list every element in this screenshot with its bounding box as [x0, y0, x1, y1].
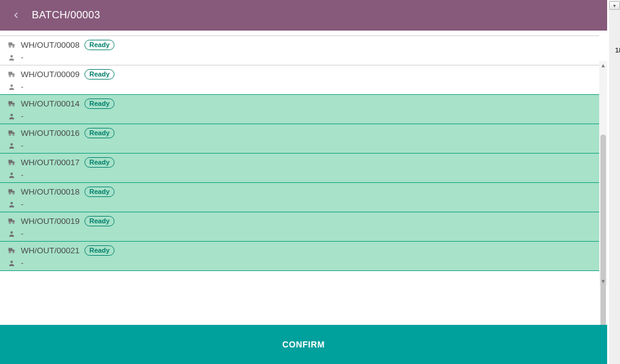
status-badge: Ready	[84, 98, 114, 109]
list-item[interactable]: WH/OUT/00014 Ready -	[0, 94, 599, 124]
truck-icon	[7, 129, 16, 138]
transfer-name: WH/OUT/00019	[21, 217, 80, 226]
list-item[interactable]: WH/OUT/00017 Ready -	[0, 153, 599, 183]
svg-point-15	[9, 193, 10, 194]
svg-point-12	[9, 163, 10, 165]
user-icon	[7, 83, 16, 91]
status-badge: Ready	[84, 216, 114, 226]
status-badge: Ready	[84, 128, 114, 138]
page-title: BATCH/00003	[32, 9, 100, 21]
svg-point-1	[13, 46, 14, 47]
status-badge: Ready	[84, 187, 114, 197]
chevron-left-icon	[12, 11, 20, 20]
back-button[interactable]	[9, 8, 23, 23]
svg-point-13	[13, 163, 14, 165]
svg-point-7	[13, 105, 14, 106]
svg-point-19	[13, 222, 14, 223]
svg-point-22	[13, 251, 14, 253]
svg-point-10	[13, 134, 14, 135]
svg-point-23	[10, 261, 13, 263]
list-item[interactable]: WH/OUT/00008 Ready -	[0, 35, 599, 65]
user-icon	[7, 229, 16, 238]
assigned-user: -	[21, 111, 23, 121]
status-badge: Ready	[84, 245, 114, 256]
scroll-thumb[interactable]	[600, 135, 606, 325]
list-item[interactable]: WH/OUT/00021 Ready -	[0, 241, 599, 271]
transfer-name: WH/OUT/00021	[21, 246, 80, 255]
status-badge: Ready	[84, 69, 114, 80]
app-frame: BATCH/00003 WH/OUT/00008 Ready - WH/OUT/…	[0, 0, 607, 364]
assigned-user: -	[21, 258, 23, 267]
svg-point-5	[10, 84, 13, 87]
user-icon	[7, 141, 16, 150]
transfer-name: WH/OUT/00017	[21, 158, 80, 167]
truck-icon	[7, 41, 16, 50]
svg-point-17	[10, 202, 13, 204]
svg-point-3	[9, 75, 10, 76]
header-bar: BATCH/00003	[0, 0, 607, 31]
svg-point-9	[9, 134, 10, 135]
svg-point-14	[10, 173, 13, 175]
list-area: WH/OUT/00008 Ready - WH/OUT/00009 Ready …	[0, 31, 607, 325]
user-icon	[7, 259, 16, 267]
truck-icon	[7, 188, 16, 196]
list-item[interactable]: WH/OUT/00019 Ready -	[0, 212, 599, 242]
os-scrollbar	[609, 0, 620, 364]
dropdown-icon[interactable]: ▾	[609, 1, 620, 10]
list-item[interactable]: WH/OUT/00009 Ready -	[0, 65, 599, 95]
truck-icon	[7, 158, 16, 167]
truck-icon	[7, 70, 16, 79]
user-icon	[7, 53, 16, 62]
list-item[interactable]: WH/OUT/00018 Ready -	[0, 182, 599, 212]
status-badge: Ready	[84, 40, 114, 50]
confirm-button[interactable]: CONFIRM	[0, 325, 607, 364]
svg-point-8	[10, 114, 13, 116]
assigned-user: -	[21, 82, 23, 91]
svg-point-11	[10, 143, 13, 146]
truck-icon	[7, 247, 16, 255]
list-item[interactable]: WH/OUT/00016 Ready -	[0, 124, 599, 154]
assigned-user: -	[21, 199, 23, 209]
assigned-user: -	[21, 229, 23, 238]
svg-point-4	[13, 75, 14, 76]
transfer-name: WH/OUT/00018	[21, 187, 80, 196]
scroll-up-icon[interactable]: ▲	[599, 61, 607, 70]
svg-point-0	[9, 46, 10, 47]
user-icon	[7, 171, 16, 179]
confirm-label: CONFIRM	[282, 340, 325, 349]
scrollbar[interactable]: ▲ ▼	[599, 61, 607, 286]
svg-point-18	[9, 222, 10, 223]
transfer-name: WH/OUT/00014	[21, 99, 80, 108]
truck-icon	[7, 217, 16, 226]
status-badge: Ready	[84, 157, 114, 168]
transfer-name: WH/OUT/00009	[21, 70, 80, 79]
svg-point-6	[9, 105, 10, 106]
assigned-user: -	[21, 141, 23, 150]
assigned-user: -	[21, 170, 23, 179]
user-icon	[7, 112, 16, 121]
svg-point-16	[13, 193, 14, 194]
truck-icon	[7, 100, 16, 108]
svg-point-2	[10, 55, 13, 58]
scroll-down-icon[interactable]: ▼	[599, 277, 607, 286]
transfer-name: WH/OUT/00008	[21, 40, 80, 50]
transfer-name: WH/OUT/00016	[21, 128, 80, 138]
svg-point-21	[9, 251, 10, 253]
svg-point-20	[10, 231, 13, 234]
user-icon	[7, 200, 16, 209]
assigned-user: -	[21, 53, 23, 62]
side-label: 18	[615, 46, 620, 54]
